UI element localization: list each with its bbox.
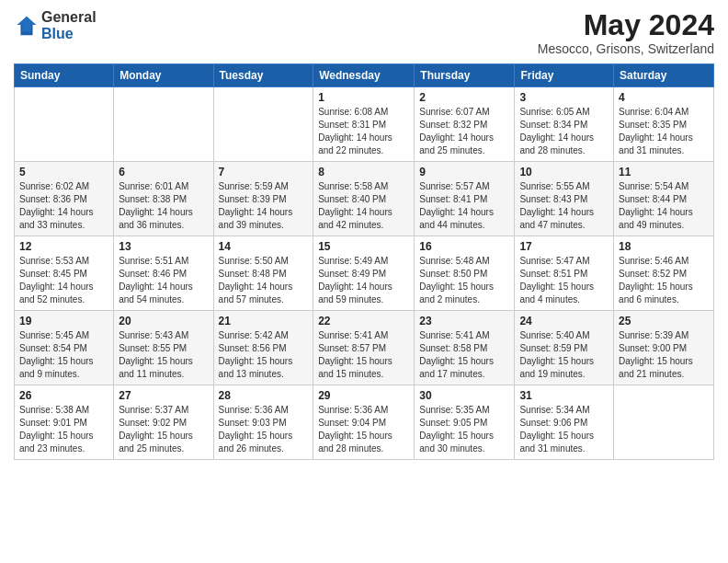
day-info: Sunrise: 6:04 AMSunset: 8:35 PMDaylight:…	[619, 106, 709, 157]
day-info: Sunrise: 5:47 AMSunset: 8:51 PMDaylight:…	[519, 255, 609, 306]
day-info: Sunrise: 5:43 AMSunset: 8:55 PMDaylight:…	[119, 329, 208, 381]
calendar-cell: 15Sunrise: 5:49 AMSunset: 8:49 PMDayligh…	[313, 236, 415, 311]
day-number: 4	[619, 91, 709, 104]
calendar-cell: 18Sunrise: 5:46 AMSunset: 8:52 PMDayligh…	[614, 236, 714, 311]
day-number: 30	[419, 389, 509, 402]
day-info: Sunrise: 5:36 AMSunset: 9:03 PMDaylight:…	[219, 404, 309, 455]
day-number: 28	[219, 389, 309, 402]
day-info: Sunrise: 6:07 AMSunset: 8:32 PMDaylight:…	[419, 106, 509, 157]
calendar-cell: 8Sunrise: 5:58 AMSunset: 8:40 PMDaylight…	[313, 162, 415, 236]
location: Mesocco, Grisons, Switzerland	[538, 41, 714, 56]
day-number: 6	[119, 166, 208, 178]
calendar-cell: 24Sunrise: 5:40 AMSunset: 8:59 PMDayligh…	[515, 311, 614, 385]
day-header-friday: Friday	[515, 64, 614, 87]
calendar-cell: 19Sunrise: 5:45 AMSunset: 8:54 PMDayligh…	[15, 311, 114, 385]
calendar-cell: 22Sunrise: 5:41 AMSunset: 8:57 PMDayligh…	[313, 311, 415, 385]
calendar-cell: 11Sunrise: 5:54 AMSunset: 8:44 PMDayligh…	[614, 162, 714, 236]
week-row-3: 19Sunrise: 5:45 AMSunset: 8:54 PMDayligh…	[15, 311, 714, 385]
day-header-sunday: Sunday	[15, 64, 114, 87]
day-number: 13	[119, 240, 208, 253]
calendar-cell: 30Sunrise: 5:35 AMSunset: 9:05 PMDayligh…	[415, 385, 515, 460]
day-number: 3	[519, 91, 609, 104]
day-info: Sunrise: 5:57 AMSunset: 8:41 PMDaylight:…	[419, 180, 509, 232]
day-number: 15	[318, 240, 409, 253]
calendar-cell: 26Sunrise: 5:38 AMSunset: 9:01 PMDayligh…	[15, 385, 114, 460]
calendar-cell	[614, 385, 714, 460]
week-row-1: 5Sunrise: 6:02 AMSunset: 8:36 PMDaylight…	[15, 162, 714, 236]
day-info: Sunrise: 5:35 AMSunset: 9:05 PMDaylight:…	[419, 404, 509, 455]
day-info: Sunrise: 5:37 AMSunset: 9:02 PMDaylight:…	[119, 404, 208, 455]
day-info: Sunrise: 5:39 AMSunset: 9:00 PMDaylight:…	[619, 329, 709, 381]
day-number: 12	[19, 240, 108, 253]
calendar-cell: 25Sunrise: 5:39 AMSunset: 9:00 PMDayligh…	[614, 311, 714, 385]
calendar-cell: 6Sunrise: 6:01 AMSunset: 8:38 PMDaylight…	[114, 162, 213, 236]
day-number: 17	[519, 240, 609, 253]
calendar-cell: 9Sunrise: 5:57 AMSunset: 8:41 PMDaylight…	[415, 162, 515, 236]
day-info: Sunrise: 6:01 AMSunset: 8:38 PMDaylight:…	[119, 180, 208, 232]
calendar-cell: 16Sunrise: 5:48 AMSunset: 8:50 PMDayligh…	[415, 236, 515, 311]
day-info: Sunrise: 5:42 AMSunset: 8:56 PMDaylight:…	[219, 329, 309, 381]
title-block: May 2024 Mesocco, Grisons, Switzerland	[538, 9, 714, 56]
day-info: Sunrise: 5:51 AMSunset: 8:46 PMDaylight:…	[119, 255, 208, 306]
calendar-cell: 17Sunrise: 5:47 AMSunset: 8:51 PMDayligh…	[515, 236, 614, 311]
day-number: 26	[19, 389, 108, 402]
day-number: 11	[619, 166, 709, 178]
day-number: 21	[219, 315, 309, 327]
calendar-body: 1Sunrise: 6:08 AMSunset: 8:31 PMDaylight…	[15, 87, 714, 460]
day-header-monday: Monday	[114, 64, 213, 87]
logo: General Blue	[14, 9, 97, 41]
week-row-2: 12Sunrise: 5:53 AMSunset: 8:45 PMDayligh…	[15, 236, 714, 311]
calendar-cell: 2Sunrise: 6:07 AMSunset: 8:32 PMDaylight…	[415, 87, 515, 162]
day-info: Sunrise: 5:45 AMSunset: 8:54 PMDaylight:…	[19, 329, 108, 381]
day-number: 24	[519, 315, 609, 327]
day-number: 1	[318, 91, 409, 104]
day-info: Sunrise: 5:59 AMSunset: 8:39 PMDaylight:…	[219, 180, 309, 232]
logo-text: General Blue	[41, 9, 97, 41]
day-info: Sunrise: 6:08 AMSunset: 8:31 PMDaylight:…	[318, 106, 409, 157]
calendar-cell: 23Sunrise: 5:41 AMSunset: 8:58 PMDayligh…	[415, 311, 515, 385]
day-info: Sunrise: 5:46 AMSunset: 8:52 PMDaylight:…	[619, 255, 709, 306]
month-title: May 2024	[538, 9, 714, 41]
calendar-cell: 5Sunrise: 6:02 AMSunset: 8:36 PMDaylight…	[15, 162, 114, 236]
day-header-thursday: Thursday	[415, 64, 515, 87]
day-info: Sunrise: 5:38 AMSunset: 9:01 PMDaylight:…	[19, 404, 108, 455]
calendar-cell: 4Sunrise: 6:04 AMSunset: 8:35 PMDaylight…	[614, 87, 714, 162]
day-number: 27	[119, 389, 208, 402]
day-number: 31	[519, 389, 609, 402]
calendar-cell: 1Sunrise: 6:08 AMSunset: 8:31 PMDaylight…	[313, 87, 415, 162]
day-info: Sunrise: 5:48 AMSunset: 8:50 PMDaylight:…	[419, 255, 509, 306]
day-number: 14	[219, 240, 309, 253]
day-number: 16	[419, 240, 509, 253]
calendar-table: SundayMondayTuesdayWednesdayThursdayFrid…	[14, 63, 714, 460]
day-number: 2	[419, 91, 509, 104]
day-number: 25	[619, 315, 709, 327]
day-info: Sunrise: 5:34 AMSunset: 9:06 PMDaylight:…	[519, 404, 609, 455]
day-number: 20	[119, 315, 208, 327]
day-number: 5	[19, 166, 108, 178]
logo-blue-text: Blue	[41, 26, 97, 42]
day-info: Sunrise: 5:41 AMSunset: 8:58 PMDaylight:…	[419, 329, 509, 381]
day-info: Sunrise: 5:50 AMSunset: 8:48 PMDaylight:…	[219, 255, 309, 306]
day-number: 9	[419, 166, 509, 178]
week-row-0: 1Sunrise: 6:08 AMSunset: 8:31 PMDaylight…	[15, 87, 714, 162]
header: General Blue May 2024 Mesocco, Grisons, …	[14, 9, 714, 56]
calendar-cell: 21Sunrise: 5:42 AMSunset: 8:56 PMDayligh…	[213, 311, 313, 385]
calendar-cell	[213, 87, 313, 162]
week-row-4: 26Sunrise: 5:38 AMSunset: 9:01 PMDayligh…	[15, 385, 714, 460]
calendar-cell: 31Sunrise: 5:34 AMSunset: 9:06 PMDayligh…	[515, 385, 614, 460]
calendar-cell: 20Sunrise: 5:43 AMSunset: 8:55 PMDayligh…	[114, 311, 213, 385]
day-header-tuesday: Tuesday	[213, 64, 313, 87]
calendar-cell: 10Sunrise: 5:55 AMSunset: 8:43 PMDayligh…	[515, 162, 614, 236]
calendar-cell: 29Sunrise: 5:36 AMSunset: 9:04 PMDayligh…	[313, 385, 415, 460]
day-number: 23	[419, 315, 509, 327]
day-info: Sunrise: 5:41 AMSunset: 8:57 PMDaylight:…	[318, 329, 409, 381]
day-number: 10	[519, 166, 609, 178]
calendar-cell	[15, 87, 114, 162]
calendar-header: SundayMondayTuesdayWednesdayThursdayFrid…	[15, 64, 714, 87]
calendar-cell: 28Sunrise: 5:36 AMSunset: 9:03 PMDayligh…	[213, 385, 313, 460]
svg-marker-1	[17, 16, 37, 31]
calendar-cell: 12Sunrise: 5:53 AMSunset: 8:45 PMDayligh…	[15, 236, 114, 311]
calendar-cell: 27Sunrise: 5:37 AMSunset: 9:02 PMDayligh…	[114, 385, 213, 460]
day-number: 22	[318, 315, 409, 327]
day-number: 8	[318, 166, 409, 178]
